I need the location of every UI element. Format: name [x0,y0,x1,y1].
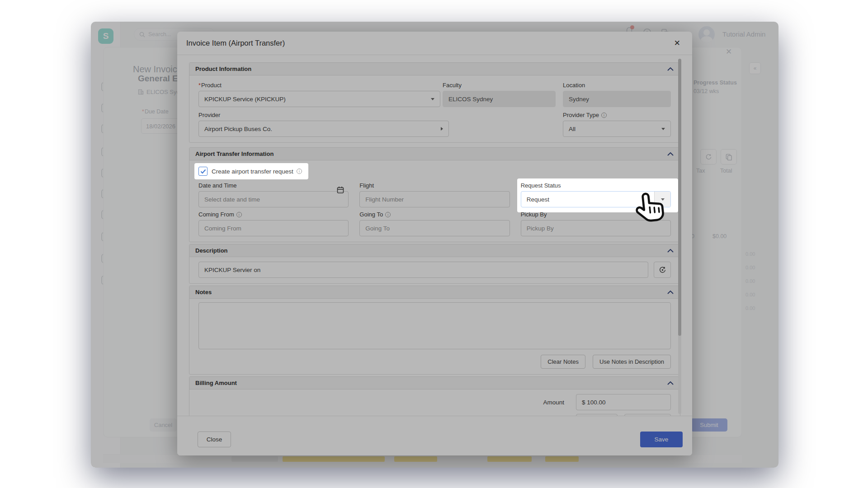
desktop-wallpaper: S Search... Tutorial Admin [0,0,868,488]
tour-dim-overlay [91,22,778,468]
hand-cursor-icon [635,192,667,229]
app-window: S Search... Tutorial Admin [91,22,778,468]
request-status-label: Request Status [521,182,671,189]
create-transfer-checkbox[interactable] [198,167,208,176]
create-transfer-checkbox-label: Create airport transfer request [212,168,293,175]
checkmark-icon [200,169,206,174]
create-transfer-checkbox-spotlight: Create airport transfer request i [194,163,308,179]
info-icon: i [297,169,302,174]
